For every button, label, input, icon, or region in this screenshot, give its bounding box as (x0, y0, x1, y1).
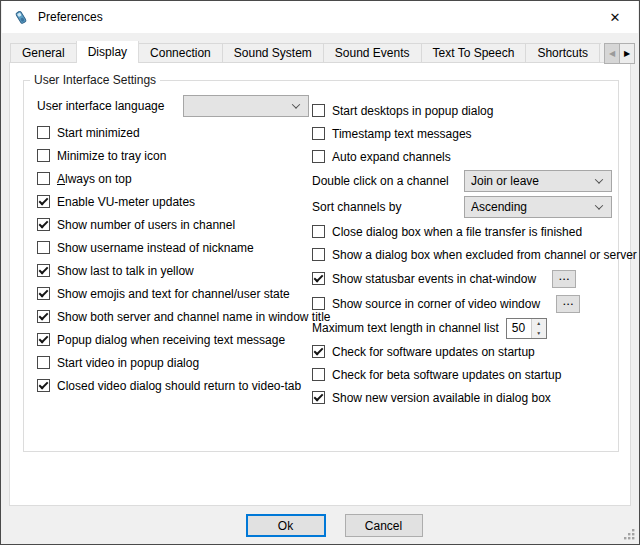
checkbox-label: Auto expand channels (332, 150, 451, 164)
checkbox-label: Show number of users in channel (57, 218, 235, 232)
language-row: User interface language (37, 91, 309, 121)
checkbox-new-version-dialog[interactable]: Show new version available in dialog box (312, 386, 612, 409)
cancel-button[interactable]: Cancel (345, 514, 423, 537)
checkbox-label: Closed video dialog should return to vid… (57, 379, 301, 393)
checkbox-label: Show new version available in dialog box (332, 391, 551, 405)
dialog-footer: Ok Cancel (1, 506, 639, 545)
checkbox-last-to-talk[interactable]: Show last to talk in yellow (37, 259, 309, 282)
checkbox[interactable] (37, 264, 50, 277)
checkbox-auto-expand[interactable]: Auto expand channels (312, 145, 612, 168)
checkbox-show-username[interactable]: Show username instead of nickname (37, 236, 309, 259)
checkbox-minimize-to-tray[interactable]: Minimize to tray icon (37, 144, 309, 167)
checkbox-always-on-top[interactable]: Always on top (37, 167, 309, 190)
right-column: Start desktops in popup dialog Timestamp… (312, 91, 612, 409)
checkbox[interactable] (37, 149, 50, 162)
checkbox-statusbar-events[interactable]: Show statusbar events in chat-window ... (312, 266, 612, 291)
checkbox-label: Show statusbar events in chat-window (332, 272, 536, 286)
checkbox[interactable] (37, 287, 50, 300)
tab-scroll-left-icon[interactable]: ◀ (604, 43, 620, 64)
checkbox-label: Always on top (57, 172, 132, 186)
checkbox-label: Start desktops in popup dialog (332, 104, 493, 118)
tab-shortcuts[interactable]: Shortcuts (525, 43, 600, 63)
left-column: User interface language Start minimized … (37, 91, 309, 397)
checkbox-check-beta-updates[interactable]: Check for beta software updates on start… (312, 363, 612, 386)
tab-display[interactable]: Display (76, 41, 139, 63)
tab-connection[interactable]: Connection (138, 43, 223, 63)
language-label: User interface language (37, 99, 164, 113)
checkbox-show-user-count[interactable]: Show number of users in channel (37, 213, 309, 236)
sort-channels-row: Sort channels by Ascending (312, 194, 612, 220)
tab-scroll-right-icon[interactable]: ▶ (619, 43, 635, 64)
group-title: User Interface Settings (30, 73, 160, 87)
resize-grip[interactable] (623, 528, 636, 541)
checkbox[interactable] (312, 272, 325, 285)
statusbar-events-options-button[interactable]: ... (552, 270, 576, 288)
checkbox[interactable] (312, 391, 325, 404)
checkbox[interactable] (312, 248, 325, 261)
checkbox-label: Enable VU-meter updates (57, 195, 195, 209)
window-title: Preferences (38, 10, 103, 24)
checkbox-video-popup[interactable]: Start video in popup dialog (37, 351, 309, 374)
checkbox[interactable] (37, 218, 50, 231)
max-text-length-label: Maximum text length in channel list (312, 321, 499, 335)
checkbox[interactable] (37, 333, 50, 346)
checkbox-vu-meter[interactable]: Enable VU-meter updates (37, 190, 309, 213)
spinner-buttons: ▲ ▼ (531, 319, 546, 338)
checkbox-popup-text-message[interactable]: Popup dialog when receiving text message (37, 328, 309, 351)
checkbox[interactable] (37, 356, 50, 369)
app-icon (13, 9, 30, 26)
tab-text-to-speech[interactable]: Text To Speech (421, 43, 527, 63)
close-icon[interactable]: ✕ (602, 6, 628, 28)
checkbox[interactable] (37, 379, 50, 392)
ok-button[interactable]: Ok (246, 514, 326, 537)
tab-bar: General Display Connection Sound System … (10, 41, 601, 63)
checkbox-timestamp[interactable]: Timestamp text messages (312, 122, 612, 145)
max-text-length-spinner[interactable]: 50 ▲ ▼ (506, 318, 547, 339)
checkbox[interactable] (37, 195, 50, 208)
checkbox-window-title[interactable]: Show both server and channel name in win… (37, 305, 309, 328)
checkbox-close-on-transfer[interactable]: Close dialog box when a file transfer is… (312, 220, 612, 243)
checkbox-label: Show source in corner of video window (332, 297, 540, 311)
double-click-value: Join or leave (471, 174, 596, 188)
tab-sound-system[interactable]: Sound System (222, 43, 324, 63)
sort-channels-dropdown[interactable]: Ascending (464, 196, 612, 218)
checkbox[interactable] (312, 368, 325, 381)
tab-sound-events[interactable]: Sound Events (323, 43, 422, 63)
checkbox-desktops-popup[interactable]: Start desktops in popup dialog (312, 99, 612, 122)
preferences-dialog: Preferences ✕ General Display Connection… (0, 0, 640, 545)
checkbox[interactable] (312, 127, 325, 140)
checkbox[interactable] (37, 172, 50, 185)
spinner-down-icon[interactable]: ▼ (532, 328, 546, 338)
checkbox[interactable] (312, 297, 325, 310)
checkbox-label: Show username instead of nickname (57, 241, 254, 255)
checkbox-emojis[interactable]: Show emojis and text for channel/user st… (37, 282, 309, 305)
user-interface-settings-group: User Interface Settings User interface l… (23, 80, 619, 452)
checkbox-label: Close dialog box when a file transfer is… (332, 225, 582, 239)
checkbox[interactable] (37, 126, 50, 139)
double-click-dropdown[interactable]: Join or leave (464, 170, 612, 192)
checkbox-excluded-dialog[interactable]: Show a dialog box when excluded from cha… (312, 243, 612, 266)
checkbox-video-source-corner[interactable]: Show source in corner of video window ..… (312, 291, 612, 316)
checkbox-closed-video-return[interactable]: Closed video dialog should return to vid… (37, 374, 309, 397)
double-click-row: Double click on a channel Join or leave (312, 168, 612, 194)
tab-general[interactable]: General (10, 43, 77, 63)
checkbox-check-updates[interactable]: Check for software updates on startup (312, 340, 612, 363)
checkbox[interactable] (312, 150, 325, 163)
checkbox-label: Minimize to tray icon (57, 149, 166, 163)
tab-video[interactable]: Video (599, 43, 601, 63)
checkbox-label: Show emojis and text for channel/user st… (57, 287, 290, 301)
language-dropdown[interactable] (183, 95, 309, 117)
spinner-up-icon[interactable]: ▲ (532, 319, 546, 329)
video-source-options-button[interactable]: ... (556, 295, 580, 313)
title-bar[interactable]: Preferences ✕ (2, 1, 638, 33)
chevron-down-icon (292, 100, 300, 108)
checkbox[interactable] (312, 345, 325, 358)
checkbox-label: Start minimized (57, 126, 140, 140)
checkbox-start-minimized[interactable]: Start minimized (37, 121, 309, 144)
checkbox[interactable] (37, 241, 50, 254)
checkbox-label: Start video in popup dialog (57, 356, 199, 370)
checkbox[interactable] (312, 104, 325, 117)
checkbox[interactable] (37, 310, 50, 323)
checkbox-label: Show last to talk in yellow (57, 264, 194, 278)
checkbox[interactable] (312, 225, 325, 238)
